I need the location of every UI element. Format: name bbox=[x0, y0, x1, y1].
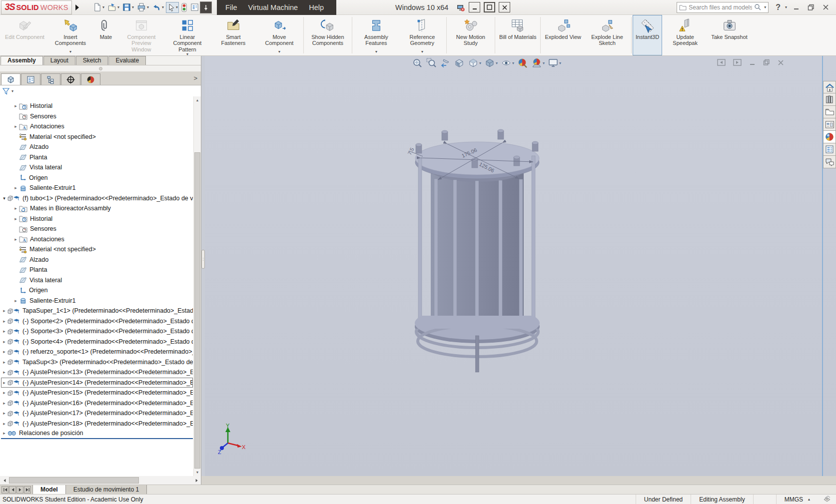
splitter-grip[interactable]: ⋮ bbox=[201, 250, 205, 269]
ribbon-reference-geometry-button[interactable]: Reference Geometry▾ bbox=[399, 15, 445, 55]
scrollbar-thumb[interactable] bbox=[194, 152, 200, 469]
tree-item-saliente-extruir1[interactable]: ▸Saliente-Extruir1 bbox=[1, 183, 193, 193]
expander-icon[interactable]: ▸ bbox=[1, 308, 7, 313]
select-cursor-button[interactable]: ▾ bbox=[166, 2, 179, 13]
dropdown-caret-icon[interactable]: ▾ bbox=[421, 50, 423, 55]
tree-item-alzado[interactable]: Alzado bbox=[1, 142, 193, 152]
tab-layout[interactable]: Layout bbox=[43, 56, 75, 65]
dropdown-caret-icon[interactable]: ▾ bbox=[543, 61, 545, 65]
viewport-minimize-button[interactable] bbox=[749, 59, 756, 66]
menu-expand-arrow-icon[interactable] bbox=[75, 4, 79, 10]
dropdown-caret-icon[interactable]: ▾ bbox=[496, 61, 498, 65]
tree-item-[interactable]: ▸(-) refuerzo_soporte<1> (Predeterminado… bbox=[1, 347, 193, 357]
vm-close-button[interactable] bbox=[499, 2, 510, 12]
hu-prev-view-button[interactable] bbox=[439, 57, 452, 69]
ribbon-linear-component-pattern-button[interactable]: Linear Component Pattern▾ bbox=[164, 15, 210, 55]
expander-icon[interactable]: ▸ bbox=[1, 390, 7, 395]
tree-item-[interactable]: ▸(-) Soporte<3> (Predeterminado<<Predete… bbox=[1, 326, 193, 337]
panel-splitter[interactable] bbox=[0, 65, 201, 72]
save-button[interactable]: ▾ bbox=[121, 2, 134, 12]
options-list-button[interactable] bbox=[189, 2, 200, 12]
dropdown-caret-icon[interactable]: ▾ bbox=[102, 5, 104, 9]
ribbon-instant3d-button[interactable]: Instant3D bbox=[633, 15, 662, 55]
expander-icon[interactable]: ▸ bbox=[1, 401, 7, 406]
tree-item-planta[interactable]: Planta bbox=[1, 152, 193, 163]
ribbon-smart-fasteners-button[interactable]: Smart Fasteners bbox=[210, 15, 256, 55]
mt-dimxpert-tab[interactable] bbox=[61, 73, 80, 85]
ribbon-move-component-button[interactable]: Move Component▾ bbox=[256, 15, 302, 55]
viewport-pane-left-button[interactable] bbox=[717, 59, 726, 66]
dropdown-caret-icon[interactable]: ▾ bbox=[512, 61, 514, 65]
expander-icon[interactable]: ▸ bbox=[12, 237, 19, 242]
ribbon-take-snapshot-button[interactable]: Take Snapshot bbox=[708, 15, 751, 55]
tree-item-planta[interactable]: Planta bbox=[1, 265, 193, 275]
expander-icon[interactable]: ▾ bbox=[1, 196, 7, 201]
tree-item-[interactable]: ▸(-) AjustePresion<16> (Predeterminado<<… bbox=[1, 398, 193, 409]
tree-item-f[interactable]: ▾(f) tubo<1> (Predeterminado<<Predetermi… bbox=[1, 193, 193, 204]
expander-icon[interactable]: ▸ bbox=[1, 431, 7, 436]
minimize-button[interactable] bbox=[793, 4, 800, 10]
vm-menu-virtual-machine[interactable]: Virtual Machine bbox=[242, 3, 303, 11]
expander-icon[interactable]: ▸ bbox=[1, 360, 7, 365]
tree-item-tapasuper-1-1[interactable]: ▸TapaSuper_1<1> (Predeterminado<<Predete… bbox=[1, 306, 193, 316]
tr-home-button[interactable] bbox=[823, 81, 836, 93]
manager-expand-arrow[interactable]: > bbox=[193, 74, 197, 82]
help-caret-icon[interactable]: ▾ bbox=[785, 5, 787, 9]
expander-icon[interactable]: ▸ bbox=[12, 185, 19, 190]
viewport-close-button[interactable] bbox=[778, 59, 784, 66]
expander-icon[interactable]: ▸ bbox=[1, 339, 7, 344]
ribbon-update-speedpak-button[interactable]: Update Speedpak bbox=[662, 15, 708, 55]
hu-display-button[interactable]: ▾ bbox=[483, 57, 499, 69]
tree-item-mates[interactable]: ▸Mates in BioreactorAssambly bbox=[1, 203, 193, 214]
expander-icon[interactable]: ▸ bbox=[1, 319, 7, 324]
ribbon-assembly-features-button[interactable]: Assembly Features▾ bbox=[353, 15, 399, 55]
ribbon-show-hidden-components-button[interactable]: Show Hidden Components bbox=[305, 15, 351, 55]
tree-item-material[interactable]: Material <not specified> bbox=[1, 244, 193, 255]
sheet-tab-estudio-de-movimiento-1[interactable]: Estudio de movimiento 1 bbox=[66, 485, 147, 494]
scroll-down-icon[interactable]: ▼ bbox=[194, 469, 201, 476]
expander-icon[interactable]: ▸ bbox=[12, 206, 19, 211]
mt-display-tab[interactable] bbox=[81, 73, 100, 85]
hu-appearance-button[interactable] bbox=[516, 57, 529, 69]
dropdown-caret-icon[interactable]: ▾ bbox=[69, 50, 71, 55]
expander-icon[interactable]: ▸ bbox=[1, 370, 7, 375]
tree-item-origen[interactable]: Origen bbox=[1, 285, 193, 296]
mt-property-tab[interactable] bbox=[21, 73, 40, 85]
tree-item-[interactable]: ▸(-) Soporte<4> (Predeterminado<<Predete… bbox=[1, 337, 193, 347]
vm-minimize-button[interactable] bbox=[469, 2, 480, 12]
ribbon-explode-line-sketch-button[interactable]: Explode Line Sketch bbox=[584, 15, 630, 55]
bioreactor-model[interactable]: 175.06 125.06 7.5 bbox=[205, 56, 836, 476]
quick-tips-icon[interactable] bbox=[818, 495, 836, 504]
tree-item-relaciones[interactable]: ▸Relaciones de posición bbox=[1, 429, 193, 439]
tree-item-vista[interactable]: Vista lateral bbox=[1, 162, 193, 173]
tr-explorer-button[interactable] bbox=[823, 106, 836, 118]
scroll-up-icon[interactable]: ▲ bbox=[194, 96, 201, 104]
close-button[interactable] bbox=[823, 4, 829, 10]
hscroll-thumb[interactable] bbox=[9, 477, 139, 484]
hscroll-left-icon[interactable] bbox=[0, 479, 8, 483]
hu-monitor-button[interactable]: ▾ bbox=[547, 57, 562, 69]
hu-orient-button[interactable]: ▾ bbox=[467, 57, 482, 69]
search-folder-icon[interactable] bbox=[679, 4, 687, 10]
viewport-pane-right-button[interactable] bbox=[733, 59, 742, 66]
ribbon-insert-components-button[interactable]: Insert Components▾ bbox=[47, 15, 93, 55]
help-button[interactable]: ? bbox=[776, 3, 781, 12]
tr-appearance-button[interactable] bbox=[823, 131, 836, 143]
tree-item-anotaciones[interactable]: ▸AAnotaciones bbox=[1, 234, 193, 245]
vm-menu-help[interactable]: Help bbox=[303, 3, 329, 11]
tree-item-[interactable]: ▸(-) AjustePresion<13> (Predeterminado<<… bbox=[1, 367, 193, 378]
dropdown-caret-icon[interactable]: ▾ bbox=[117, 5, 119, 9]
tree-item-[interactable]: ▸(-) Soporte<2> (Predeterminado<<Predete… bbox=[1, 316, 193, 327]
search-caret-icon[interactable]: ▾ bbox=[764, 5, 766, 9]
panel-horizontal-scrollbar[interactable] bbox=[0, 476, 201, 485]
nav-prev-button[interactable] bbox=[9, 486, 16, 494]
nav-first-button[interactable] bbox=[1, 486, 8, 494]
hscroll-right-icon[interactable] bbox=[193, 479, 200, 483]
tree-item-historial[interactable]: ▸Historial bbox=[1, 214, 193, 224]
restore-button[interactable] bbox=[808, 4, 815, 11]
mt-config-tab[interactable] bbox=[41, 73, 60, 85]
tree-item-origen[interactable]: Origen bbox=[1, 173, 193, 183]
dropdown-caret-icon[interactable]: ▾ bbox=[559, 61, 561, 65]
graphics-viewport[interactable]: 175.06 125.06 7.5 Y X Z ▾▾▾▾▾ bbox=[205, 56, 836, 476]
vm-menu-file[interactable]: File bbox=[220, 3, 242, 11]
